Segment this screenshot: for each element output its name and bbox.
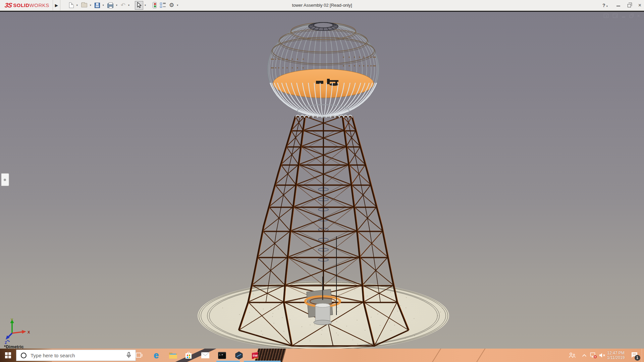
task-view-icon bbox=[135, 352, 143, 359]
save-icon bbox=[95, 3, 100, 8]
new-document-icon bbox=[69, 2, 74, 8]
orientation-triad: Y X Z bbox=[4, 318, 35, 345]
taskbar-app-mail[interactable] bbox=[198, 349, 213, 362]
pane-right-icon[interactable]: ▸ bbox=[613, 14, 618, 18]
feature-manager-flyout-tab[interactable] bbox=[1, 173, 9, 186]
tray-clock[interactable]: 12:47 PM 1/11/2019 bbox=[603, 349, 628, 362]
print-dropdown-icon[interactable]: ▾ bbox=[116, 4, 117, 7]
taskbar-search[interactable] bbox=[16, 350, 136, 361]
dome-cage bbox=[268, 22, 379, 118]
document-window-controls: ◂ ▸ × bbox=[604, 14, 640, 18]
help-button[interactable]: ?▾ bbox=[602, 3, 609, 8]
mail-icon bbox=[201, 352, 210, 359]
standard-toolbar: ▾ ▾ ▾ ▾ ↶ ▾ ▾ ⚙ ▾ bbox=[68, 1, 180, 10]
search-mic-icon[interactable] bbox=[126, 352, 131, 359]
save-button[interactable] bbox=[93, 1, 101, 10]
doc-restore-icon[interactable] bbox=[630, 15, 633, 18]
new-dropdown-icon[interactable]: ▾ bbox=[76, 4, 78, 7]
taskbar-app-composer[interactable] bbox=[231, 349, 246, 362]
solidworks-2017-icon: SW 2017 bbox=[251, 351, 259, 359]
doc-minimize-icon[interactable] bbox=[622, 14, 625, 17]
options-gear-icon: ⚙ bbox=[169, 2, 174, 8]
options-button[interactable]: ⚙ bbox=[168, 1, 175, 10]
taskbar-app-file-explorer[interactable] bbox=[166, 349, 180, 362]
new-document-button[interactable] bbox=[68, 1, 75, 10]
start-icon bbox=[5, 352, 11, 358]
cortana-icon[interactable] bbox=[21, 353, 26, 358]
flyout-tab-dot bbox=[4, 179, 6, 181]
solidworks-window: 3S SOLID WORKS ▶ ▾ ▾ ▾ ▾ ↶ ▾ ▾ bbox=[0, 0, 644, 362]
print-icon bbox=[107, 3, 113, 8]
file-properties-icon bbox=[160, 3, 166, 8]
file-explorer-icon bbox=[169, 352, 177, 359]
save-dropdown-icon[interactable]: ▾ bbox=[103, 4, 104, 7]
open-icon bbox=[81, 3, 87, 7]
restore-icon[interactable] bbox=[628, 4, 631, 7]
open-dropdown-icon[interactable]: ▾ bbox=[90, 4, 91, 7]
tray-people-button[interactable] bbox=[567, 349, 578, 362]
notification-badge: 1 bbox=[635, 355, 640, 361]
solidworks-logo-solid: SOLID bbox=[13, 2, 29, 8]
pane-left-icon[interactable]: ◂ bbox=[604, 14, 608, 18]
taskbar-app-cmd[interactable]: C:\ bbox=[215, 349, 229, 362]
solidworks-logo-works: WORKS bbox=[30, 2, 49, 8]
window-controls: ?▾ × bbox=[602, 0, 641, 10]
start-button[interactable] bbox=[0, 349, 16, 362]
cmd-icon: C:\ bbox=[218, 352, 226, 359]
toolbar-flyout-arrow-icon[interactable]: ▶ bbox=[53, 0, 60, 10]
rebuild-button[interactable] bbox=[151, 1, 158, 10]
file-properties-button[interactable] bbox=[159, 1, 167, 10]
select-dropdown-icon[interactable]: ▾ bbox=[145, 4, 146, 7]
titlebar: 3S SOLID WORKS ▶ ▾ ▾ ▾ ▾ ↶ ▾ ▾ bbox=[0, 0, 644, 11]
store-icon bbox=[184, 351, 193, 359]
graphics-viewport[interactable]: ◂ ▸ × Y X Z *Dimetric bbox=[0, 12, 644, 349]
action-center-button[interactable]: 1 bbox=[628, 349, 640, 362]
network-disconnected-icon bbox=[590, 352, 597, 359]
people-icon bbox=[569, 352, 576, 359]
sw-year: 2017 bbox=[254, 357, 259, 359]
tray-time: 12:47 PM bbox=[607, 351, 624, 355]
options-dropdown-icon[interactable]: ▾ bbox=[177, 4, 178, 7]
select-button[interactable] bbox=[135, 1, 143, 10]
show-desktop-button[interactable] bbox=[642, 349, 644, 362]
print-button[interactable] bbox=[106, 1, 115, 10]
tower-assembly-model[interactable] bbox=[0, 12, 644, 349]
tray-network-button[interactable] bbox=[589, 349, 598, 362]
taskbar-app-store[interactable] bbox=[181, 349, 196, 362]
tray-date: 1/11/2019 bbox=[607, 355, 625, 360]
rebuild-traffic-light-icon bbox=[153, 2, 157, 8]
solidworks-logo: 3S SOLID WORKS bbox=[0, 0, 53, 10]
tray-chevron-icon bbox=[582, 354, 587, 357]
task-view-button[interactable] bbox=[132, 349, 145, 362]
minimize-icon[interactable] bbox=[616, 3, 620, 6]
taskbar-app-edge[interactable]: e bbox=[149, 349, 164, 362]
undo-icon: ↶ bbox=[121, 3, 125, 8]
solidworks-logo-mark: 3S bbox=[4, 2, 12, 9]
sw-label: SW bbox=[253, 354, 258, 357]
undo-button[interactable]: ↶ bbox=[119, 1, 127, 10]
search-input[interactable] bbox=[31, 353, 126, 358]
help-icon: ? bbox=[602, 3, 605, 8]
triad-x-label: X bbox=[28, 330, 30, 334]
taskbar: e bbox=[0, 349, 644, 362]
undo-dropdown-icon[interactable]: ▾ bbox=[128, 4, 129, 7]
open-button[interactable] bbox=[80, 1, 89, 10]
edge-icon: e bbox=[154, 351, 159, 360]
close-icon[interactable]: × bbox=[638, 3, 641, 8]
taskbar-app-solidworks[interactable]: SW 2017 bbox=[248, 349, 262, 362]
triad-y-label: Y bbox=[11, 318, 13, 322]
select-cursor-icon bbox=[136, 2, 142, 8]
composer-icon bbox=[235, 351, 243, 360]
tray-chevron-button[interactable] bbox=[580, 349, 589, 362]
doc-close-icon[interactable]: × bbox=[637, 14, 640, 18]
